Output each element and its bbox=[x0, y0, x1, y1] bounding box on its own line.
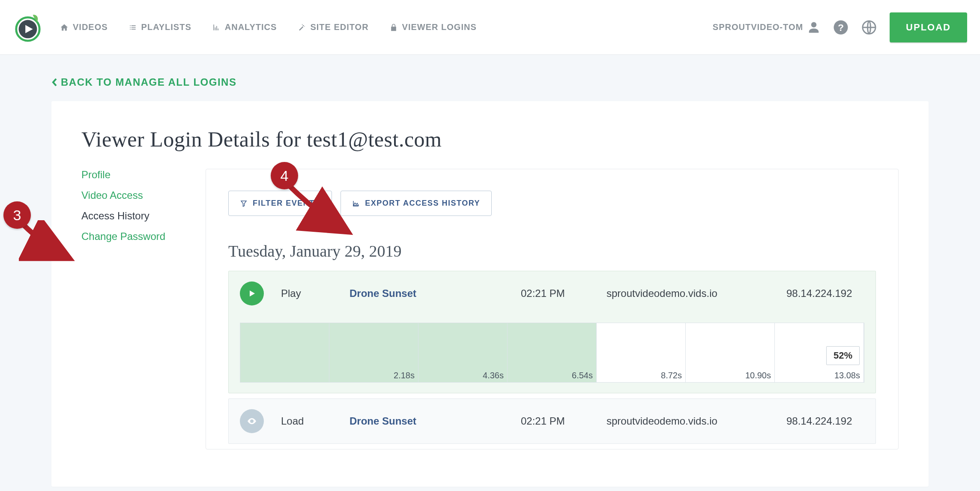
user-icon bbox=[807, 21, 820, 34]
chart-icon bbox=[212, 23, 221, 32]
filter-icon bbox=[240, 200, 248, 207]
tab-profile[interactable]: Profile bbox=[81, 169, 188, 181]
event-row: Load Drone Sunset 02:21 PM sproutvideode… bbox=[240, 409, 864, 433]
event-ip: 98.14.224.192 bbox=[786, 415, 864, 427]
event-ip: 98.14.224.192 bbox=[786, 287, 864, 299]
nav-viewer-logins[interactable]: VIEWER LOGINS bbox=[389, 22, 477, 32]
event-row: Play Drone Sunset 02:21 PM sproutvideode… bbox=[240, 281, 864, 305]
timeline-segment bbox=[240, 323, 329, 382]
back-link[interactable]: BACK TO MANAGE ALL LOGINS bbox=[51, 76, 980, 88]
engagement-timeline: 2.18s 4.36s 6.54s 8.72s 10.90s 13.08s 52… bbox=[240, 323, 864, 383]
play-icon bbox=[240, 281, 264, 305]
globe-icon[interactable] bbox=[861, 20, 877, 35]
annotation-step-3: 3 bbox=[3, 201, 31, 229]
event-time: 02:21 PM bbox=[521, 287, 589, 299]
event-load: Load Drone Sunset 02:21 PM sproutvideode… bbox=[228, 398, 876, 444]
nav-label: PLAYLISTS bbox=[141, 22, 191, 32]
event-domain: sproutvideodemo.vids.io bbox=[607, 415, 769, 427]
tick-label: 2.18s bbox=[394, 371, 415, 380]
event-video-link[interactable]: Drone Sunset bbox=[350, 415, 504, 427]
tab-change-password[interactable]: Change Password bbox=[81, 231, 188, 243]
annotation-arrow-4 bbox=[284, 181, 362, 245]
eye-icon bbox=[240, 409, 264, 433]
timeline-segment: 2.18s bbox=[329, 323, 418, 382]
event-time: 02:21 PM bbox=[521, 415, 589, 427]
annotation-arrow-3 bbox=[19, 220, 79, 272]
page-title: Viewer Login Details for test1@test.com bbox=[81, 127, 899, 152]
side-tabs: Profile Video Access Access History Chan… bbox=[81, 169, 188, 449]
event-play: Play Drone Sunset 02:21 PM sproutvideode… bbox=[228, 271, 876, 393]
nav-videos[interactable]: VIDEOS bbox=[60, 22, 108, 32]
timeline-segment: 8.72s bbox=[597, 323, 686, 382]
logo[interactable] bbox=[13, 12, 43, 42]
topbar-right: SPROUTVIDEO-TOM ? UPLOAD bbox=[713, 12, 967, 42]
tab-access-history[interactable]: Access History bbox=[81, 210, 188, 222]
user-menu[interactable]: SPROUTVIDEO-TOM bbox=[713, 21, 820, 34]
event-type: Play bbox=[281, 287, 332, 299]
nav-label: SITE EDITOR bbox=[310, 22, 368, 32]
button-label: EXPORT ACCESS HISTORY bbox=[365, 199, 480, 208]
tick-label: 8.72s bbox=[661, 371, 682, 380]
svg-marker-6 bbox=[250, 290, 255, 296]
upload-button[interactable]: UPLOAD bbox=[890, 12, 967, 42]
annotation-step-4: 4 bbox=[271, 162, 298, 189]
timeline-segment: 4.36s bbox=[418, 323, 508, 382]
progress-badge: 52% bbox=[826, 346, 860, 365]
home-icon bbox=[60, 23, 69, 32]
content-row: Profile Video Access Access History Chan… bbox=[81, 169, 899, 449]
tab-video-access[interactable]: Video Access bbox=[81, 189, 188, 201]
lock-icon bbox=[389, 23, 398, 32]
main-card: Viewer Login Details for test1@test.com … bbox=[51, 101, 929, 487]
event-domain: sproutvideodemo.vids.io bbox=[607, 287, 769, 299]
tick-label: 13.08s bbox=[834, 371, 860, 380]
svg-text:?: ? bbox=[838, 22, 844, 33]
wand-icon bbox=[297, 23, 306, 32]
event-type: Load bbox=[281, 415, 332, 427]
tick-label: 4.36s bbox=[483, 371, 504, 380]
tick-label: 6.54s bbox=[572, 371, 593, 380]
nav-label: VIDEOS bbox=[73, 22, 108, 32]
nav-site-editor[interactable]: SITE EDITOR bbox=[297, 22, 368, 32]
timeline-segment: 6.54s bbox=[508, 323, 597, 382]
chevron-left-icon bbox=[51, 77, 58, 87]
list-icon bbox=[128, 23, 137, 32]
nav-analytics[interactable]: ANALYTICS bbox=[212, 22, 277, 32]
user-name: SPROUTVIDEO-TOM bbox=[713, 22, 803, 32]
nav-playlists[interactable]: PLAYLISTS bbox=[128, 22, 191, 32]
help-icon[interactable]: ? bbox=[833, 20, 849, 35]
tick-label: 10.90s bbox=[745, 371, 771, 380]
main-nav: VIDEOS PLAYLISTS ANALYTICS SITE EDITOR V… bbox=[60, 22, 713, 32]
back-link-label: BACK TO MANAGE ALL LOGINS bbox=[61, 76, 236, 88]
nav-label: VIEWER LOGINS bbox=[402, 22, 477, 32]
export-history-button[interactable]: EXPORT ACCESS HISTORY bbox=[341, 191, 492, 216]
topbar: VIDEOS PLAYLISTS ANALYTICS SITE EDITOR V… bbox=[0, 0, 980, 55]
nav-label: ANALYTICS bbox=[225, 22, 277, 32]
event-video-link[interactable]: Drone Sunset bbox=[350, 287, 504, 299]
timeline-segment: 10.90s bbox=[686, 323, 775, 382]
